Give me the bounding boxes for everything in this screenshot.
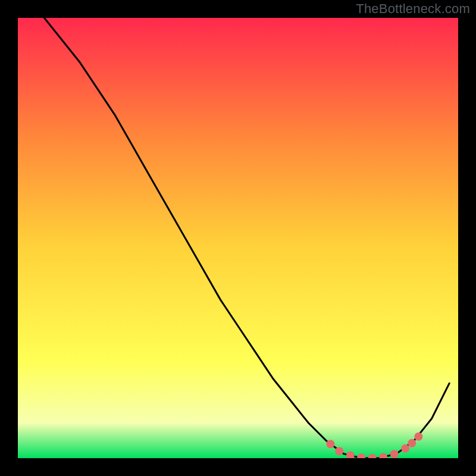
marker-dot	[408, 439, 416, 447]
bottleneck-chart	[0, 0, 476, 476]
watermark-text: TheBottleneck.com	[356, 1, 470, 17]
svg-rect-4	[458, 0, 476, 476]
marker-dot	[335, 447, 343, 455]
marker-dot	[401, 444, 409, 453]
svg-rect-3	[0, 0, 18, 476]
gradient-background	[18, 18, 458, 458]
svg-rect-2	[0, 458, 476, 476]
marker-dot	[390, 450, 399, 458]
marker-dot	[414, 433, 422, 441]
marker-dot	[326, 440, 334, 448]
chart-frame: { "watermark": "TheBottleneck.com", "col…	[0, 0, 476, 476]
